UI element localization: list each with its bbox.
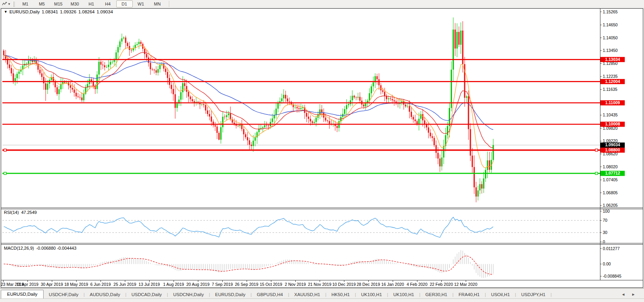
price-chip: 1.07712 — [600, 171, 625, 176]
date-axis-label: 16 Jan 2020 — [381, 282, 404, 287]
level-handle[interactable] — [4, 149, 6, 151]
chart-title: ▼ EURUSD,Daily 1.08341 1.09326 1.08264 1… — [4, 9, 113, 14]
chart-tab-uk100-h1[interactable]: UK100,H1 — [356, 291, 387, 299]
status-strip — [0, 298, 644, 302]
timeframe-button-h4[interactable]: H4 — [100, 0, 116, 7]
rsi-axis-label: 30 — [603, 230, 607, 235]
timeframe-buttons: M1M5M15M30H1H4D1W1MN — [17, 0, 166, 8]
macd-label: MACD(12,26,9) -0.006880 -0.004443 — [4, 246, 77, 250]
chart-tab-uk100-h1[interactable]: UK100,H1 — [388, 291, 419, 299]
price-axis-label: 1.07405 — [603, 177, 618, 182]
date-axis-label: 26 Sep 2019 — [235, 282, 258, 287]
price-chip: 1.10008 — [600, 122, 625, 127]
timeframe-button-w1[interactable]: W1 — [133, 0, 149, 7]
svg-text:1.08800: 1.08800 — [605, 147, 620, 152]
price-axis-label: 1.13450 — [603, 48, 618, 53]
svg-text:1.13034: 1.13034 — [605, 57, 620, 62]
price-axis-label: 1.08020 — [603, 164, 618, 169]
timeframe-button-h1[interactable]: H1 — [83, 0, 100, 7]
timeframe-button-m15[interactable]: M15 — [50, 0, 67, 7]
collapse-icon[interactable]: ▼ — [4, 10, 7, 14]
chart-tabs: EURUSD,DailyUSDCHF,Daily|AUDUSD,Daily|US… — [0, 289, 552, 299]
chart-tab-fra40-h1[interactable]: FRA40,H1 — [454, 291, 485, 299]
price-chip: 1.13034 — [600, 57, 625, 62]
draw-tool-icon[interactable] — [1, 1, 8, 7]
date-axis-label: 20 Aug 2019 — [187, 282, 210, 287]
symbol-label: EURUSD,Daily — [9, 9, 40, 14]
date-axis-label: 30 Apr 2019 — [41, 282, 63, 287]
timeframe-button-m30[interactable]: M30 — [67, 0, 83, 7]
timeframe-button-m1[interactable]: M1 — [17, 0, 34, 7]
rsi-axis-label: 100 — [603, 209, 610, 214]
svg-text:1.09034: 1.09034 — [605, 142, 620, 147]
chart-tab-hk50-h1[interactable]: HK50,H1 — [326, 291, 355, 299]
ohlc-low: 1.08264 — [78, 9, 95, 14]
toolbar-grip[interactable] — [13, 1, 15, 7]
ohlc-open: 1.08341 — [42, 9, 58, 14]
timeframe-button-mn[interactable]: MN — [149, 0, 166, 7]
tool-dropdown-caret[interactable]: ▾ — [8, 2, 10, 6]
chart-window: 1.152651.146501.140501.134501.128501.122… — [0, 8, 644, 288]
date-axis-label: 11 Apr 2019 — [16, 282, 38, 287]
date-axis-label: 18 May 2019 — [64, 282, 88, 287]
chart-tabbar: EURUSD,DailyUSDCHF,Daily|AUDUSD,Daily|US… — [0, 288, 644, 299]
level-handle[interactable] — [4, 172, 6, 175]
tab-scroll-right-icon[interactable]: ► — [631, 292, 635, 296]
level-handle[interactable] — [595, 172, 598, 175]
date-axis-label: 10 Dec 2019 — [332, 282, 356, 287]
trading-terminal: ▾ M1M5M15M30H1H4D1W1MN 1.152651.146501.1… — [0, 0, 644, 302]
date-axis-label: 25 Jun 2019 — [113, 282, 136, 287]
price-axis-label: 1.14650 — [603, 22, 618, 27]
tab-divider: | — [551, 292, 552, 299]
price-chip: 1.08800 — [600, 147, 625, 153]
price-axis-label: 1.11635 — [603, 87, 617, 92]
chart-tab-usdchf-daily[interactable]: USDCHF,Daily — [44, 291, 83, 299]
date-axis-label: 6 Jun 2019 — [90, 282, 111, 287]
price-axis-label: 1.06805 — [603, 190, 618, 195]
date-axis-label: 21 Nov 2019 — [308, 282, 331, 287]
date-axis-label: 7 Sep 2019 — [212, 282, 233, 287]
date-axis-label: 13 Jul 2019 — [139, 282, 160, 287]
svg-text:1.07712: 1.07712 — [605, 171, 620, 175]
date-axis-label: 15 Oct 2019 — [260, 282, 282, 287]
chart-tab-ger30-h1[interactable]: GER30,H1 — [420, 291, 452, 299]
svg-text:1.11009: 1.11009 — [605, 100, 620, 105]
chart-tab-gbpusd-h4[interactable]: GBPUSD,H4 — [252, 291, 288, 299]
chart-tab-usdcnh-daily[interactable]: USDCNH,Daily — [168, 291, 209, 299]
date-axis-label: 28 Dec 2019 — [357, 282, 380, 287]
svg-text:1.12004: 1.12004 — [605, 79, 620, 84]
chart-tab-eurusd-daily[interactable]: EURUSD,Daily — [210, 291, 251, 299]
date-axis-label: 12 Mar 2020 — [454, 282, 478, 287]
price-chip: 1.11009 — [600, 100, 625, 105]
chart-tab-xauusd-h1[interactable]: XAUUSD,H1 — [289, 291, 325, 299]
macd-axis-label: -0.008845 — [603, 274, 621, 278]
macd-axis-label: 0.00 — [603, 261, 611, 266]
price-axis-label: 1.15265 — [603, 9, 618, 14]
price-axis-label: 1.06205 — [603, 203, 618, 208]
toolbar-separator — [169, 1, 169, 7]
tab-scroll-left-icon[interactable]: ◄ — [621, 292, 625, 296]
chart-canvas[interactable]: 1.152651.146501.140501.134501.128501.122… — [0, 8, 644, 288]
tab-scroll-arrows: ◄ ► — [621, 292, 644, 299]
price-axis-label: 1.10435 — [603, 112, 618, 117]
timeframe-button-d1[interactable]: D1 — [116, 0, 133, 7]
price-axis-label: 1.12235 — [603, 74, 618, 79]
date-axis-label: 22 Feb 2020 — [430, 282, 453, 287]
chart-tab-eurusd-daily[interactable]: EURUSD,Daily — [1, 290, 44, 299]
ohlc-close: 1.09034 — [97, 9, 113, 14]
timeframe-toolbar: ▾ M1M5M15M30H1H4D1W1MN — [0, 0, 644, 8]
chart-tab-usdcad-daily[interactable]: USDCAD,Daily — [126, 291, 167, 299]
chart-tab-usdjpy-h1[interactable]: USDJPY,H1 — [516, 291, 551, 299]
rsi-axis-label: 70 — [603, 218, 607, 223]
svg-text:1.10008: 1.10008 — [605, 122, 620, 126]
date-axis-label: 2 Nov 2019 — [285, 282, 306, 287]
rsi-axis-label: 0 — [603, 239, 605, 244]
ohlc-high: 1.09326 — [60, 9, 77, 14]
price-chip: 1.12004 — [600, 79, 625, 84]
level-handle[interactable] — [595, 149, 598, 151]
chart-tab-usoil-h1[interactable]: USOil,H1 — [486, 291, 515, 299]
timeframe-button-m5[interactable]: M5 — [34, 0, 50, 7]
price-axis-label: 1.14050 — [603, 35, 618, 40]
chart-tab-audusd-daily[interactable]: AUDUSD,Daily — [85, 291, 125, 299]
date-axis-label: 4 Feb 2020 — [406, 282, 427, 287]
